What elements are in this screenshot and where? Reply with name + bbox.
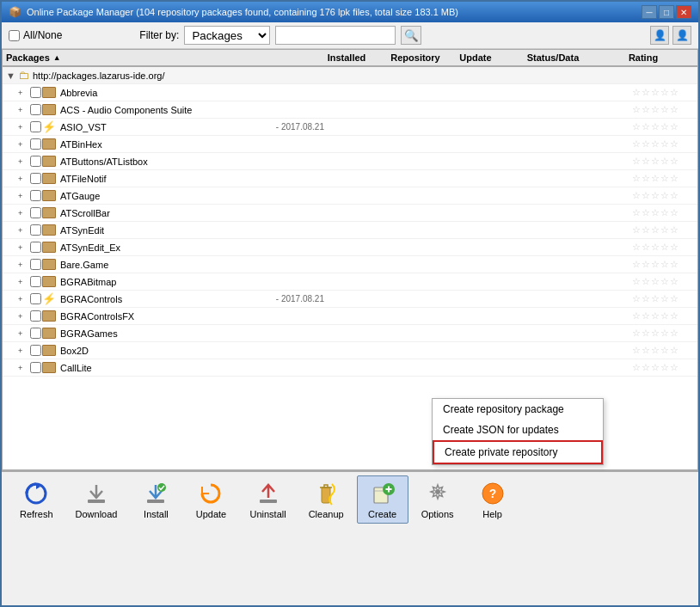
list-item[interactable]: + ATSynEdit_Ex ☆☆☆☆☆ (3, 239, 697, 256)
row-expand-icon[interactable]: + (18, 346, 30, 355)
all-none-checkbox[interactable] (9, 30, 20, 41)
list-item[interactable]: + Box2D ☆☆☆☆☆ (3, 342, 697, 359)
package-badge: - 2017.08.21 (276, 294, 324, 304)
rating-value: ☆☆☆☆☆ (617, 293, 694, 304)
pkg-type-icon (41, 156, 57, 168)
list-item[interactable]: + ATBinHex ☆☆☆☆☆ (3, 136, 697, 153)
options-button[interactable]: Options (412, 475, 464, 524)
package-name: BGRAControlsFX (60, 311, 324, 322)
package-checkbox[interactable] (30, 156, 41, 167)
list-item[interactable]: + ATSynEdit ☆☆☆☆☆ (3, 222, 697, 239)
user-icon-2[interactable]: 👤 (672, 26, 691, 45)
row-expand-icon[interactable]: + (18, 209, 30, 218)
package-checkbox[interactable] (30, 362, 41, 373)
group-row-lazarus[interactable]: ▼ 🗀 http://packages.lazarus-ide.org/ (3, 67, 697, 84)
package-checkbox[interactable] (30, 328, 41, 339)
package-icon (42, 242, 56, 253)
pkg-type-icon (41, 328, 57, 340)
install-button[interactable]: Install (130, 475, 181, 524)
package-checkbox[interactable] (30, 121, 41, 132)
row-expand-icon[interactable]: + (18, 329, 30, 338)
create-button[interactable]: Create (357, 475, 408, 524)
filter-select[interactable]: Packages Name Author Description (184, 26, 270, 45)
rating-value: ☆☆☆☆☆ (617, 345, 694, 356)
svg-rect-4 (260, 500, 277, 503)
rating-value: ☆☆☆☆☆ (617, 104, 694, 115)
svg-rect-1 (88, 500, 105, 503)
download-button[interactable]: Download (66, 475, 127, 524)
search-input[interactable] (275, 26, 396, 45)
row-expand-icon[interactable]: + (18, 89, 30, 97)
rating-stars: ☆☆☆☆☆ (632, 207, 679, 218)
list-item[interactable]: + ATButtons/ATListbox ☆☆☆☆☆ (3, 153, 697, 170)
package-checkbox[interactable] (30, 87, 41, 98)
row-expand-icon[interactable]: + (18, 261, 30, 269)
list-item[interactable]: + ATGauge ☆☆☆☆☆ (3, 187, 697, 205)
main-window: 📦 Online Package Manager (104 repository… (0, 0, 700, 607)
package-checkbox[interactable] (30, 310, 41, 322)
package-checkbox[interactable] (30, 293, 41, 304)
window-title: Online Package Manager (104 repository p… (27, 7, 458, 17)
row-expand-icon[interactable]: + (18, 295, 30, 304)
package-icon (42, 259, 56, 270)
update-button[interactable]: Update (185, 475, 236, 524)
close-button[interactable]: ✕ (676, 5, 691, 19)
create-json-updates-item[interactable]: Create JSON for updates (433, 420, 603, 440)
row-expand-icon[interactable]: + (18, 278, 30, 286)
list-item[interactable]: + Abbrevia ☆☆☆☆☆ (3, 84, 697, 101)
pkg-type-icon (41, 173, 57, 185)
rating-stars: ☆☆☆☆☆ (632, 310, 679, 321)
list-item[interactable]: + BGRABitmap ☆☆☆☆☆ (3, 273, 697, 291)
list-item[interactable]: + BGRAControlsFX ☆☆☆☆☆ (3, 308, 697, 325)
package-name: ATSynEdit (60, 225, 324, 236)
row-expand-icon[interactable]: + (18, 192, 30, 200)
package-checkbox[interactable] (30, 138, 41, 150)
list-item[interactable]: + ACS - Audio Components Suite ☆☆☆☆☆ (3, 101, 697, 119)
list-item[interactable]: + ATScrollBar ☆☆☆☆☆ (3, 205, 697, 222)
group-collapse-icon[interactable]: ▼ (6, 71, 18, 81)
cleanup-button[interactable]: Cleanup (299, 475, 353, 524)
maximize-button[interactable]: □ (659, 5, 674, 19)
row-expand-icon[interactable]: + (18, 106, 30, 114)
package-checkbox[interactable] (30, 242, 41, 253)
package-icon (42, 328, 56, 339)
package-checkbox[interactable] (30, 345, 41, 356)
package-checkbox[interactable] (30, 276, 41, 287)
help-icon: ? (479, 480, 507, 507)
row-expand-icon[interactable]: + (18, 243, 30, 252)
package-checkbox[interactable] (30, 207, 41, 218)
create-repo-package-item[interactable]: Create repository package (433, 399, 603, 420)
create-private-repo-item[interactable]: Create private repository (433, 440, 603, 464)
row-expand-icon[interactable]: + (18, 364, 30, 372)
list-item[interactable]: + BGRAGames ☆☆☆☆☆ (3, 325, 697, 342)
row-expand-icon[interactable]: + (18, 140, 30, 149)
refresh-button[interactable]: Refresh (10, 475, 63, 524)
package-checkbox[interactable] (30, 224, 41, 236)
list-item[interactable]: + Bare.Game ☆☆☆☆☆ (3, 256, 697, 273)
row-expand-icon[interactable]: + (18, 312, 30, 321)
list-item[interactable]: + ⚡ BGRAControls - 2017.08.21 ☆☆☆☆☆ (3, 291, 697, 308)
row-expand-icon[interactable]: + (18, 175, 30, 183)
row-expand-icon[interactable]: + (18, 226, 30, 235)
package-checkbox[interactable] (30, 104, 41, 115)
filter-label: Filter by: (139, 29, 179, 41)
rating-value: ☆☆☆☆☆ (617, 224, 694, 236)
package-checkbox[interactable] (30, 190, 41, 201)
package-checkbox[interactable] (30, 259, 41, 270)
uninstall-button[interactable]: Uninstall (240, 475, 295, 524)
row-expand-icon[interactable]: + (18, 157, 30, 166)
package-checkbox[interactable] (30, 173, 41, 184)
package-icon (42, 345, 56, 356)
user-icon-1[interactable]: 👤 (650, 26, 669, 45)
list-item[interactable]: + CallLite ☆☆☆☆☆ (3, 359, 697, 377)
list-item[interactable]: + ATFileNotif ☆☆☆☆☆ (3, 170, 697, 187)
search-button[interactable]: 🔍 (401, 26, 421, 45)
sort-arrow-icon: ▲ (53, 53, 61, 62)
help-button[interactable]: ? Help (467, 475, 519, 524)
list-item[interactable]: + ⚡ ASIO_VST - 2017.08.21 ☆☆☆☆☆ (3, 119, 697, 136)
row-expand-icon[interactable]: + (18, 123, 30, 132)
pkg-type-icon: ⚡ (41, 121, 57, 133)
minimize-button[interactable]: ─ (642, 5, 657, 19)
svg-text:?: ? (488, 487, 496, 500)
all-none-label[interactable]: All/None (9, 29, 62, 41)
